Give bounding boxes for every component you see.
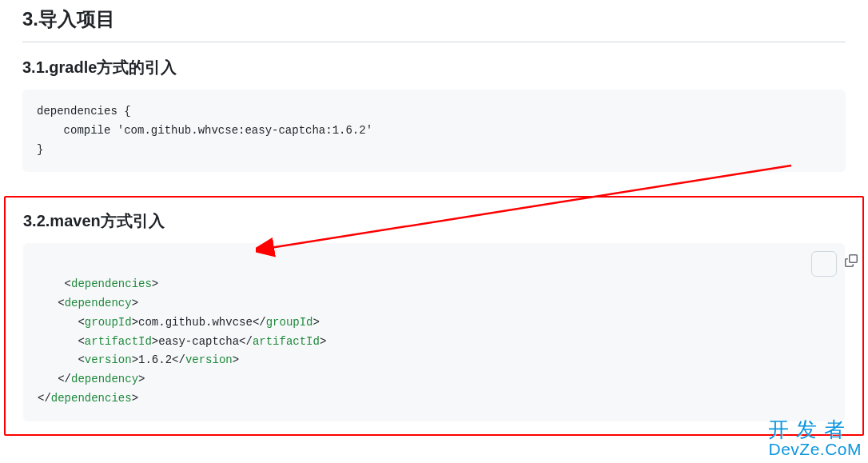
heading-maven-import: 3.2.maven方式引入 xyxy=(23,210,845,232)
xml-tag: dependency xyxy=(65,297,132,309)
xml-tag: artifactId xyxy=(253,335,320,348)
code-block-maven: <dependencies> <dependency> <groupId>com… xyxy=(23,243,845,421)
xml-tag: dependencies xyxy=(51,392,132,405)
xml-tag: version xyxy=(185,353,233,366)
copy-icon xyxy=(790,235,857,293)
xml-tag: dependencies xyxy=(71,277,152,290)
xml-tag: artifactId xyxy=(85,335,152,348)
heading-gradle-import: 3.1.gradle方式的引入 xyxy=(22,57,846,78)
xml-tag: dependency xyxy=(71,373,138,385)
xml-text: easy-captcha xyxy=(158,335,239,348)
code-block-gradle: dependencies { compile 'com.github.whvcs… xyxy=(22,90,846,172)
highlighted-maven-section: 3.2.maven方式引入 <dependencies> <dependency… xyxy=(4,196,864,435)
xml-tag: version xyxy=(85,353,132,366)
watermark-line2: DevZe.CoM xyxy=(768,441,862,458)
xml-text: com.github.whvcse xyxy=(138,316,253,329)
heading-import-project: 3.导入项目 xyxy=(22,0,846,42)
xml-tag: groupId xyxy=(266,316,313,329)
xml-text: 1.6.2 xyxy=(138,353,172,366)
copy-button[interactable] xyxy=(811,251,837,277)
xml-tag: groupId xyxy=(85,316,132,329)
